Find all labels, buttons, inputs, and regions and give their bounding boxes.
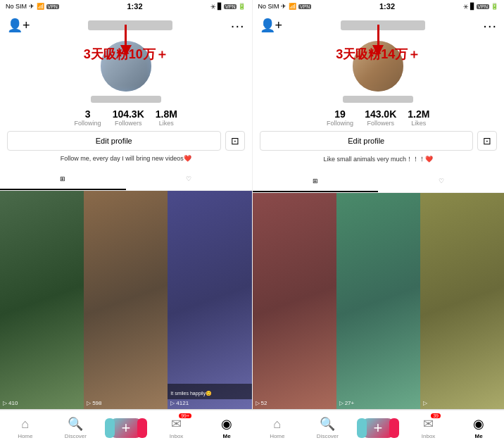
phone-right-content: No SIM ✈ 📶 VPN 1:32 ⚹ ▊ VPN 🔋 👤+ [253,0,505,409]
stat-following-right: 19 Following [327,108,353,127]
signal-icon-right: ▊ [470,3,475,10]
discover-icon-right: 🔍 [320,416,335,432]
followers-label-left: Followers [115,120,142,127]
nav-home-left[interactable]: ⌂ Home [0,410,51,445]
nav-home-right[interactable]: ⌂ Home [252,410,303,445]
avatar-right [353,41,403,92]
following-count-left: 3 [85,108,91,120]
no-sim-text-left: No SIM ✈ [6,3,34,10]
bio-text-right: Like small animals very much！！！❤️ [317,155,439,164]
nav-discover-right[interactable]: 🔍 Discover [303,410,353,445]
nav-inbox-right[interactable]: ✉ 39 Inbox [403,410,454,445]
bottom-nav-left: ⌂ Home 🔍 Discover + ✉ 99+ Inbox [0,410,252,445]
bottom-nav-right: ⌂ Home 🔍 Discover + ✉ 39 Inbox [252,410,504,445]
stat-followers-left: 104.3K Followers [113,108,144,127]
status-bar-left: No SIM ✈ 📶 VPN 1:32 ⚹ ▊ VPN 🔋 [0,0,252,13]
nav-plus-right[interactable]: + [353,410,403,445]
followers-label-right: Followers [367,120,394,127]
video-thumb-2[interactable]: ▷598 [84,191,168,409]
more-icon-right[interactable]: ··· [483,18,497,34]
status-bar-right: No SIM ✈ 📶 VPN 1:32 ⚹ ▊ VPN 🔋 [253,0,505,13]
play-count-6: ▷ [423,400,427,406]
edit-profile-button-left[interactable]: Edit profile [7,131,221,151]
nav-plus-left[interactable]: + [101,410,151,445]
top-nav-right: 👤+ ··· [253,13,505,38]
stats-row-right: 19 Following 143.0K Followers 1.2M Likes [253,108,505,127]
vpn-badge2-left: VPN [224,4,237,9]
nav-me-left[interactable]: ◉ Me [201,410,252,445]
video-thumb-3[interactable]: ▷4121 It smiles happily😊 [168,191,251,409]
more-icon-left[interactable]: ··· [231,18,245,34]
bookmark-button-left[interactable]: ⊡ [225,131,245,151]
bookmark-button-right[interactable]: ⊡ [477,131,497,151]
plus-button-left[interactable]: + [111,418,141,438]
nav-me-right[interactable]: ◉ Me [453,410,504,445]
screen-container: No SIM ✈ 📶 VPN 1:32 ⚹ ▊ VPN 🔋 👤+ [0,0,504,445]
play-count-1: ▷410 [3,400,18,406]
video-grid-left: ▷410 ▷598 ▷4121 It smiles happily😊 [0,191,252,409]
tab-liked-right[interactable]: ♡ [378,171,504,192]
plus-icon-right: + [374,419,383,437]
status-right-right: ⚹ ▊ VPN 🔋 [463,3,498,11]
stat-likes-left: 1.8M Likes [156,108,177,127]
add-user-icon-right[interactable]: 👤+ [260,18,283,33]
followers-count-right: 143.0K [365,108,396,120]
signal-icon-left: ▊ [218,3,222,10]
play-count-2: ▷598 [87,400,101,406]
home-label-right: Home [270,433,284,439]
avatar-left [101,41,151,92]
me-icon-left: ◉ [221,416,232,432]
plus-left-tab-right [357,418,367,438]
wifi-icon-right: 📶 [289,3,296,10]
likes-count-right: 1.2M [408,108,429,120]
stat-likes-right: 1.2M Likes [408,108,429,127]
status-right-left: ⚹ ▊ VPN 🔋 [210,3,246,11]
discover-label-right: Discover [317,433,339,439]
bluetooth-icon-right: ⚹ [463,3,469,11]
inbox-badge-right: 39 [431,413,441,418]
plus-left-tab [105,418,115,438]
bio-text-left: Follow me, every day I will bring new vi… [55,155,197,162]
inbox-badge-left: 99+ [179,413,191,418]
username-display-left [91,96,161,103]
bottom-nav: ⌂ Home 🔍 Discover + ✉ 99+ Inbox [0,410,504,445]
play-count-5: ▷27+ [339,400,355,406]
play-count-4: ▷52 [256,400,267,406]
plus-button-right[interactable]: + [363,418,393,438]
plus-right-tab [137,418,147,438]
tab-videos-left[interactable]: ⊞ [0,169,126,190]
play-count-3: ▷4121 [170,400,189,406]
video-caption-left: It smiles happily😊 [170,391,212,396]
video-grid-right: ▷52 ▷27+ ▷ [253,193,505,409]
tab-icons-row-left: ⊞ ♡ [0,169,252,191]
inbox-label-left: Inbox [170,433,184,439]
likes-count-left: 1.8M [156,108,177,120]
edit-profile-button-right[interactable]: Edit profile [260,131,474,151]
phone-right: No SIM ✈ 📶 VPN 1:32 ⚹ ▊ VPN 🔋 👤+ [253,0,505,409]
stats-row-left: 3 Following 104.3K Followers 1.8M Likes [0,108,252,127]
plus-right-tab-right [389,418,399,438]
home-icon-left: ⌂ [21,417,29,432]
plus-icon-left: + [122,419,131,437]
vpn-badge-left: VPN [46,4,59,9]
me-icon-right: ◉ [473,416,484,432]
video-thumb-1[interactable]: ▷410 [0,191,84,409]
nav-discover-left[interactable]: 🔍 Discover [51,410,101,445]
battery-icon-left: 🔋 [238,3,246,10]
phone-left: No SIM ✈ 📶 VPN 1:32 ⚹ ▊ VPN 🔋 👤+ [0,0,253,409]
following-label-left: Following [75,120,101,127]
profile-section-left: 3 Following 104.3K Followers 1.8M Likes [0,38,252,169]
tab-videos-right[interactable]: ⊞ [253,171,379,192]
phone-left-content: No SIM ✈ 📶 VPN 1:32 ⚹ ▊ VPN 🔋 👤+ [0,0,252,409]
tab-liked-left[interactable]: ♡ [126,169,252,190]
nav-inbox-left[interactable]: ✉ 99+ Inbox [151,410,202,445]
action-row-right: Edit profile ⊡ [253,131,505,151]
video-thumb-4[interactable]: ▷52 [253,193,336,409]
following-count-right: 19 [334,108,346,120]
video-thumb-6[interactable]: ▷ [420,193,504,409]
phones-row: No SIM ✈ 📶 VPN 1:32 ⚹ ▊ VPN 🔋 👤+ [0,0,504,410]
username-bar-left [88,20,172,30]
add-user-icon-left[interactable]: 👤+ [7,18,30,33]
status-left-left: No SIM ✈ 📶 VPN [6,3,59,10]
video-thumb-5[interactable]: ▷27+ [336,193,420,409]
